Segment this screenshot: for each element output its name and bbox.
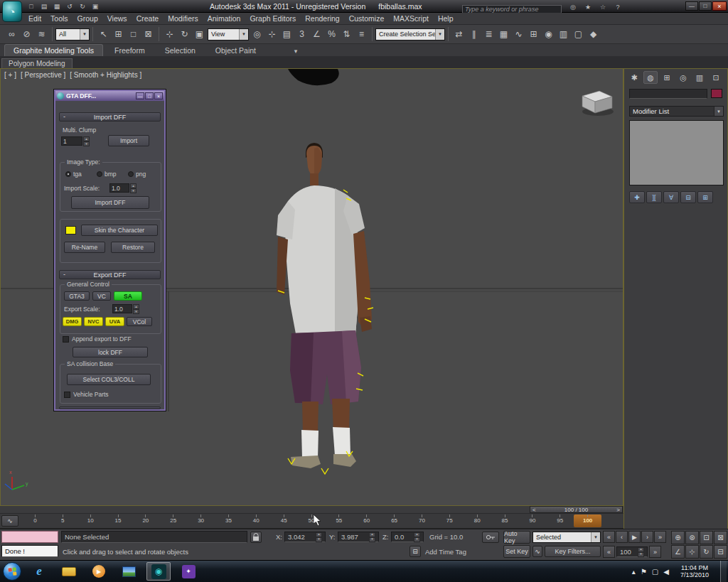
start-button[interactable]: [3, 562, 21, 581]
network-icon[interactable]: ▢: [652, 568, 658, 576]
scene-object-black[interactable]: [288, 69, 339, 85]
application-menu-button[interactable]: ◔: [2, 1, 22, 22]
menu-item[interactable]: MAXScript: [393, 14, 429, 23]
remove-modifier-button[interactable]: ⊟: [680, 191, 696, 203]
nvc-toggle-button[interactable]: NVC: [84, 317, 103, 326]
spinner-snap-icon[interactable]: ⇅: [339, 27, 354, 42]
taskbar-photos-button[interactable]: [117, 562, 141, 581]
keyboard-override-icon[interactable]: ▤: [279, 27, 294, 42]
mirror-icon[interactable]: ⇄: [451, 27, 466, 42]
rendered-frame-icon[interactable]: ▢: [571, 27, 586, 42]
taskbar-3dsmax-button[interactable]: ◉: [146, 562, 171, 581]
configure-modifier-sets-button[interactable]: ⊞: [697, 191, 713, 203]
next-key-button[interactable]: »: [649, 546, 661, 558]
tab-modify[interactable]: ◍: [643, 71, 658, 84]
fov-icon[interactable]: ∠: [671, 545, 685, 559]
tab-display[interactable]: ▥: [692, 71, 707, 84]
tab-polygon-modeling[interactable]: Polygon Modeling: [1, 58, 73, 68]
time-slider-next-arrow[interactable]: >: [616, 507, 620, 513]
unlink-selection-icon[interactable]: ⊘: [19, 27, 34, 42]
search-go-icon[interactable]: ◎: [567, 1, 579, 12]
rename-button[interactable]: Re-Name: [64, 242, 105, 253]
sa-button[interactable]: SA: [114, 291, 142, 301]
time-slider-channel[interactable]: < 100 / 100 >: [0, 506, 623, 514]
key-filters-button[interactable]: Key Filters...: [545, 546, 601, 557]
tab-graphite-modeling-tools[interactable]: Graphite Modeling Tools: [4, 44, 103, 56]
timeline-tick[interactable]: 25: [159, 514, 187, 527]
previous-frame-button[interactable]: ‹: [616, 531, 628, 543]
select-object-icon[interactable]: ↖: [96, 27, 111, 42]
radio-png[interactable]: png: [128, 171, 146, 178]
uva-toggle-button[interactable]: UVA: [105, 317, 124, 326]
spinner-icon[interactable]: ▲▼: [133, 304, 139, 314]
spinner-icon[interactable]: ▲▼: [638, 547, 644, 557]
reference-coordinate-dropdown[interactable]: View▼: [208, 28, 249, 41]
object-color-swatch[interactable]: [711, 89, 722, 98]
graphite-ribbon-toggle-icon[interactable]: ▦: [496, 27, 511, 42]
radio-bmp[interactable]: bmp: [97, 171, 117, 178]
zoom-icon[interactable]: ⊕: [671, 531, 685, 544]
menu-item[interactable]: Customize: [349, 14, 385, 23]
tab-selection[interactable]: Selection: [156, 45, 204, 56]
zoom-region-icon[interactable]: ⊠: [714, 531, 727, 544]
dialog-close-button[interactable]: ×: [154, 92, 163, 99]
orbit-icon[interactable]: ↻: [700, 545, 713, 559]
key-mode-dropdown[interactable]: Selected▼: [532, 532, 601, 543]
render-setup-icon[interactable]: ▥: [556, 27, 571, 42]
spinner-icon[interactable]: ▲▼: [369, 532, 375, 542]
pin-stack-button[interactable]: ✚: [629, 191, 645, 203]
radio-tga[interactable]: tga: [65, 171, 82, 178]
timeline-tick[interactable]: 70: [408, 514, 436, 527]
minimize-button[interactable]: —: [685, 1, 698, 11]
timeline-tick[interactable]: 90: [518, 514, 546, 527]
restore-button[interactable]: □: [699, 1, 712, 11]
viewport-label-menu[interactable]: [ + ]: [4, 71, 16, 79]
import-dff-button[interactable]: Import DFF: [71, 196, 149, 209]
named-selection-sets-icon[interactable]: ≡: [354, 27, 369, 42]
timeline-tick[interactable]: 40: [242, 514, 270, 527]
menu-item[interactable]: Animation: [208, 14, 241, 23]
menu-item[interactable]: Help: [438, 14, 454, 23]
y-coordinate-field[interactable]: 3.987 ▲▼: [338, 532, 379, 542]
timeline-tick[interactable]: 20: [132, 514, 159, 527]
timeline-tick[interactable]: 30: [187, 514, 215, 527]
timeline-tick[interactable]: 65: [380, 514, 408, 527]
go-to-start-button[interactable]: «: [603, 531, 615, 543]
curve-editor-icon[interactable]: ∿: [511, 27, 526, 42]
taskbar-ie-button[interactable]: e: [27, 562, 51, 581]
volume-icon[interactable]: ◀: [663, 568, 669, 576]
timeline-tick[interactable]: 95: [546, 514, 574, 527]
timeline-tick[interactable]: 10: [77, 514, 105, 527]
modifier-stack-list[interactable]: [629, 120, 724, 185]
play-button[interactable]: ▶: [628, 531, 641, 543]
taskbar-media-player-button[interactable]: ▶: [87, 562, 111, 581]
menu-item[interactable]: Modifiers: [168, 14, 198, 23]
taskbar-purple-app-button[interactable]: ✦: [176, 562, 200, 581]
timeline-tick[interactable]: 35: [215, 514, 242, 527]
menu-item[interactable]: Group: [77, 14, 98, 23]
spinner-icon[interactable]: ▲▼: [130, 183, 136, 193]
menu-item[interactable]: Create: [136, 14, 159, 23]
zoom-all-icon[interactable]: ⊛: [685, 531, 699, 544]
timeline-tick[interactable]: 55: [325, 514, 353, 527]
show-end-result-button[interactable]: ][: [646, 191, 662, 203]
help-icon[interactable]: ?: [612, 1, 623, 12]
align-icon[interactable]: ∥: [466, 27, 481, 42]
ribbon-display-options-icon[interactable]: ▾: [290, 45, 301, 56]
new-scene-icon[interactable]: □: [26, 1, 37, 11]
select-and-manipulate-icon[interactable]: ⊹: [264, 27, 279, 42]
gta3-button[interactable]: GTA3: [64, 291, 90, 301]
select-by-name-icon[interactable]: ⊞: [111, 27, 126, 42]
select-and-rotate-icon[interactable]: ↻: [177, 27, 192, 42]
maxscript-mini-listener-white[interactable]: Done !: [1, 545, 58, 557]
vehicle-parts-checkbox[interactable]: Vehicle Parts: [64, 391, 109, 398]
menu-item[interactable]: Edit: [28, 14, 41, 23]
layer-manager-icon[interactable]: ≣: [481, 27, 496, 42]
timeline-tick[interactable]: 45: [270, 514, 298, 527]
import-dff-rollout-header[interactable]: - Import DFF: [59, 112, 161, 122]
restore-button[interactable]: Restore: [111, 242, 155, 253]
vc-button[interactable]: VC: [92, 291, 111, 301]
select-and-move-icon[interactable]: ⊹: [162, 27, 177, 42]
render-production-icon[interactable]: ◆: [586, 27, 601, 42]
dialog-restore-button[interactable]: □: [145, 92, 154, 99]
